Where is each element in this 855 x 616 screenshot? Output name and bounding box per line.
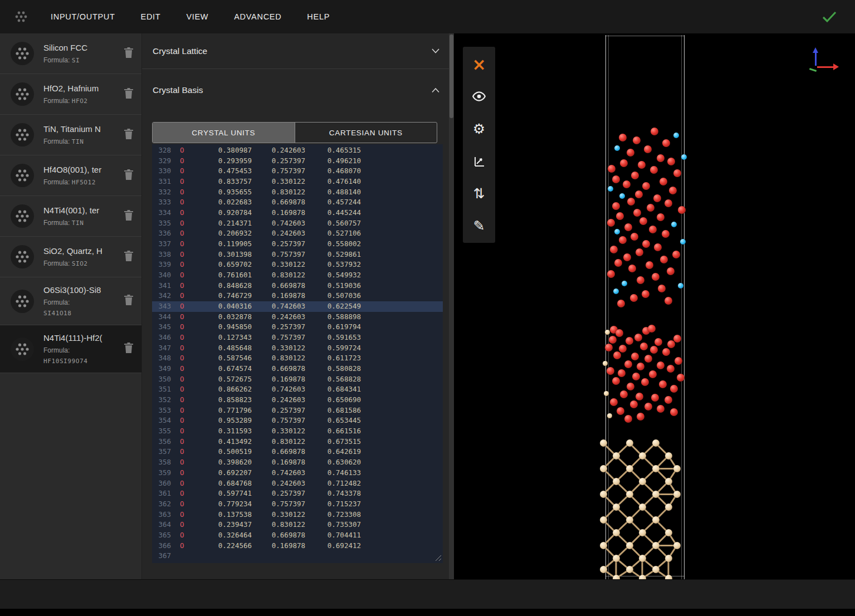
basis-row[interactable]: 340O0.7616010.8301220.549932 [152, 270, 443, 281]
basis-row[interactable]: 347O0.4856480.3301220.599724 [152, 343, 443, 354]
basis-row[interactable]: 336O0.2069320.2426030.527106 [152, 228, 443, 239]
basis-row[interactable]: 363O0.1375380.3301220.723308 [152, 510, 443, 520]
red-atom [620, 159, 628, 167]
line-number: 359 [152, 468, 171, 478]
delete-material-button[interactable] [124, 128, 134, 142]
basis-row[interactable]: 345O0.9458500.2573970.619794 [152, 322, 443, 333]
basis-row[interactable]: 348O0.5875460.8301220.611723 [152, 353, 443, 364]
line-number: 353 [152, 405, 171, 416]
red-atom [609, 336, 617, 344]
basis-row[interactable]: 360O0.6847680.2426030.712482 [152, 478, 443, 489]
coord-z: 0.692412 [305, 541, 361, 551]
red-atom [649, 226, 657, 233]
basis-row[interactable]: 330O0.4754530.7573970.468070 [152, 166, 443, 177]
basis-row[interactable]: 350O0.5726750.1698780.568828 [152, 374, 443, 385]
delete-material-button[interactable] [124, 209, 134, 223]
basis-row[interactable]: 337O0.1199050.2573970.558002 [152, 239, 443, 250]
tab-crystal-units[interactable]: CRYSTAL UNITS [153, 123, 295, 143]
basis-row[interactable]: 335O0.2143710.7426030.560757 [152, 218, 443, 229]
basis-row[interactable]: 341O0.8486280.6698780.519036 [152, 281, 443, 291]
basis-row[interactable]: 365O0.3264640.6698780.704411 [152, 530, 443, 541]
app-logo-icon[interactable] [13, 9, 29, 25]
eye-icon[interactable] [463, 80, 495, 113]
coord-y: 0.757397 [252, 333, 305, 343]
measure-icon[interactable] [463, 145, 495, 177]
red-atom [624, 415, 632, 423]
basis-row[interactable]: 361O0.5977410.2573970.743378 [152, 488, 443, 499]
basis-row[interactable]: 358O0.3986200.1698780.630620 [152, 457, 443, 468]
basis-coordinates-editor[interactable]: 328O0.3809870.2426030.465315329O0.293959… [152, 144, 443, 563]
tan-atom [673, 542, 681, 549]
element-symbol: O [180, 260, 192, 270]
panel-scrollbar[interactable] [449, 33, 454, 579]
menu-item-view[interactable]: VIEW [173, 0, 221, 33]
red-atom [624, 223, 632, 231]
swap-vertical-icon[interactable]: ⇅ [463, 177, 495, 209]
basis-row[interactable]: 354O0.9532890.7573970.653445 [152, 415, 443, 426]
menu-item-help[interactable]: HELP [294, 0, 343, 33]
material-item[interactable]: O6Si3(100)-Si8 Formula: Si41O18 [0, 277, 141, 325]
basis-row[interactable]: 339O0.6597020.3301220.537932 [152, 260, 443, 270]
basis-row[interactable]: 364O0.2394370.8301220.735307 [152, 520, 443, 530]
material-item[interactable]: Silicon FCC Formula: Si [0, 33, 141, 74]
material-item[interactable]: N4Ti4(111)-Hf2( Formula: Hf10Si99O74 [0, 325, 141, 373]
basis-row[interactable]: 357O0.5005190.6698780.642619 [152, 447, 443, 457]
red-atom [650, 346, 658, 354]
material-item[interactable]: N4Ti4(001), ter Formula: TiN [0, 196, 141, 237]
basis-row[interactable]: 334O0.9207840.1698780.445244 [152, 208, 443, 218]
gear-icon[interactable]: ⚙ [463, 113, 495, 145]
material-item[interactable]: SiO2, Quartz, H Formula: SiO2 [0, 237, 141, 277]
close-icon[interactable]: × [463, 48, 495, 80]
pencil-icon[interactable]: ✎ [463, 209, 495, 242]
coord-y: 0.669878 [252, 197, 305, 208]
delete-material-button[interactable] [124, 250, 134, 264]
basis-row[interactable]: 349O0.6745740.6698780.580828 [152, 364, 443, 374]
material-item[interactable]: HfO2, Hafnium Formula: HfO2 [0, 74, 141, 115]
basis-row[interactable]: 332O0.9356550.8301220.488140 [152, 187, 443, 198]
basis-row[interactable]: 355O0.3115930.3301220.661516 [152, 426, 443, 437]
basis-row[interactable]: 343O0.0403160.7426030.622549 [152, 301, 443, 312]
menu-item-advanced[interactable]: ADVANCED [221, 0, 294, 33]
viewer-3d[interactable]: × ⚙ ⇅ ✎ [454, 33, 855, 579]
red-atom [642, 290, 649, 298]
menu-item-input-output[interactable]: INPUT/OUTPUT [38, 0, 128, 33]
basis-row[interactable]: 346O0.1273430.7573970.591653 [152, 333, 443, 343]
delete-material-button[interactable] [124, 87, 134, 101]
basis-row[interactable]: 344O0.0328780.2426030.588898 [152, 312, 443, 322]
delete-material-button[interactable] [124, 47, 134, 61]
basis-row[interactable]: 356O0.4134920.8301220.673515 [152, 437, 443, 447]
material-text: Hf4O8(001), ter Formula: Hf5O12 [43, 165, 124, 186]
apply-check-icon[interactable] [822, 11, 837, 23]
element-symbol: O [180, 250, 192, 260]
basis-row[interactable]: 331O0.8337570.3301220.476140 [152, 177, 443, 187]
basis-row[interactable]: 352O0.8588230.2426030.650690 [152, 395, 443, 405]
delete-material-button[interactable] [124, 169, 134, 183]
line-number: 340 [152, 270, 171, 281]
material-item[interactable]: Hf4O8(001), ter Formula: Hf5O12 [0, 155, 141, 196]
line-number: 360 [152, 478, 171, 489]
basis-row[interactable]: 329O0.2939590.2573970.496210 [152, 156, 443, 167]
basis-row[interactable]: 362O0.7792340.7573970.715237 [152, 499, 443, 510]
red-atom [614, 259, 622, 267]
red-atom [673, 169, 681, 177]
line-number: 351 [152, 384, 171, 395]
delete-material-button[interactable] [124, 294, 134, 308]
basis-row[interactable]: 338O0.3013980.7573970.529861 [152, 250, 443, 260]
basis-row[interactable]: 353O0.7717960.2573970.681586 [152, 405, 443, 416]
coord-z: 0.611723 [305, 353, 361, 364]
delete-material-button[interactable] [124, 342, 134, 356]
basis-row[interactable]: 351O0.8662620.7426030.684341 [152, 384, 443, 395]
tab-cartesian-units[interactable]: CARTESIAN UNITS [295, 123, 437, 143]
scrollbar-thumb[interactable] [450, 35, 453, 118]
basis-row[interactable]: 342O0.7467290.1698780.507036 [152, 291, 443, 301]
material-item[interactable]: TiN, Titanium N Formula: TiN [0, 115, 141, 155]
basis-row[interactable]: 366O0.2245660.1698780.692412 [152, 541, 443, 551]
menu-item-edit[interactable]: EDIT [128, 0, 174, 33]
basis-row[interactable]: 333O0.0226830.6698780.457244 [152, 197, 443, 208]
red-atom [630, 294, 638, 302]
basis-row[interactable]: 367 [152, 551, 443, 561]
basis-row[interactable]: 328O0.3809870.2426030.465315 [152, 145, 443, 156]
section-crystal-basis[interactable]: Crystal Basis [142, 69, 454, 111]
basis-row[interactable]: 359O0.6922070.7426030.746133 [152, 468, 443, 478]
section-crystal-lattice[interactable]: Crystal Lattice [142, 33, 454, 69]
